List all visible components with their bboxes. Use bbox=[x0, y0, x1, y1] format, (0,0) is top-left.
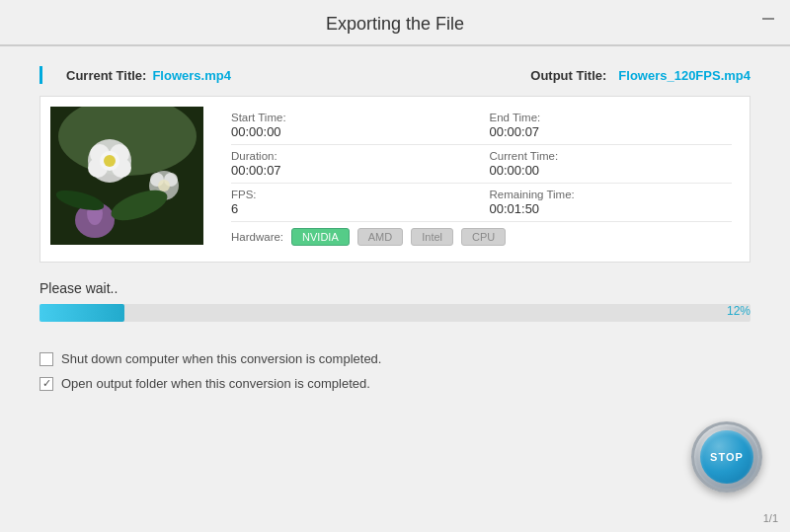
svg-point-8 bbox=[104, 155, 116, 167]
shutdown-checkbox[interactable] bbox=[40, 352, 53, 366]
start-time-value: 00:00:00 bbox=[231, 124, 474, 139]
video-thumbnail bbox=[50, 107, 203, 245]
progress-percentage: 12% bbox=[727, 304, 750, 318]
amd-button[interactable]: AMD bbox=[357, 228, 403, 246]
stop-button-area: STOP bbox=[691, 421, 762, 493]
output-title-label: Output Title: bbox=[530, 68, 606, 83]
output-title-value: Flowers_120FPS.mp4 bbox=[618, 68, 750, 83]
current-title-label: Current Title: bbox=[66, 68, 146, 83]
open-folder-checkbox-row: Open output folder when this conversion … bbox=[40, 376, 750, 391]
thumbnail-svg bbox=[50, 107, 203, 245]
remaining-time-label: Remaining Time: bbox=[490, 189, 733, 200]
current-title-value: Flowers.mp4 bbox=[152, 68, 230, 83]
content-area: Current Title: Flowers.mp4 Output Title:… bbox=[0, 50, 790, 532]
fps-cell: FPS: 6 bbox=[223, 184, 482, 221]
progress-bar-container: 12% bbox=[40, 304, 750, 322]
minimize-button[interactable] bbox=[762, 18, 774, 20]
current-time-value: 00:00:00 bbox=[490, 163, 733, 178]
media-section: Start Time: 00:00:00 End Time: 00:00:07 … bbox=[40, 96, 750, 263]
progress-section: Please wait.. 12% bbox=[40, 274, 750, 322]
cpu-button[interactable]: CPU bbox=[461, 228, 506, 246]
hardware-label: Hardware: bbox=[231, 231, 283, 243]
duration-cell: Duration: 00:00:07 bbox=[223, 145, 482, 183]
current-title-item: Current Title: Flowers.mp4 bbox=[66, 68, 231, 83]
end-time-value: 00:00:07 bbox=[490, 124, 733, 139]
end-time-cell: End Time: 00:00:07 bbox=[482, 107, 741, 144]
checkboxes-area: Shut down computer when this conversion … bbox=[40, 351, 750, 391]
nvidia-button[interactable]: NVIDIA bbox=[291, 228, 350, 246]
remaining-time-cell: Remaining Time: 00:01:50 bbox=[482, 184, 741, 221]
open-folder-checkbox[interactable] bbox=[40, 377, 53, 391]
svg-point-12 bbox=[158, 180, 170, 191]
current-time-label: Current Time: bbox=[490, 150, 733, 162]
main-window: Exporting the File Current Title: Flower… bbox=[0, 0, 790, 532]
info-area: Start Time: 00:00:00 End Time: 00:00:07 … bbox=[223, 107, 740, 252]
fps-label: FPS: bbox=[231, 189, 474, 200]
intel-button[interactable]: Intel bbox=[411, 228, 453, 246]
stop-button[interactable]: STOP bbox=[691, 421, 762, 493]
open-folder-checkbox-label: Open output folder when this conversion … bbox=[61, 376, 370, 391]
hardware-row: Hardware: NVIDIA AMD Intel CPU bbox=[223, 222, 740, 252]
shutdown-checkbox-label: Shut down computer when this conversion … bbox=[61, 351, 381, 366]
start-time-label: Start Time: bbox=[231, 112, 474, 123]
remaining-time-value: 00:01:50 bbox=[490, 201, 733, 216]
progress-bar bbox=[40, 304, 124, 322]
fps-value: 6 bbox=[231, 201, 474, 216]
output-title-item: Output Title: Flowers_120FPS.mp4 bbox=[530, 68, 750, 83]
page-indicator: 1/1 bbox=[763, 512, 778, 524]
duration-label: Duration: bbox=[231, 150, 474, 162]
end-time-label: End Time: bbox=[490, 112, 733, 123]
stop-button-label: STOP bbox=[710, 451, 744, 463]
status-text: Please wait.. bbox=[40, 280, 750, 296]
title-bar: Exporting the File bbox=[0, 0, 790, 45]
file-titles-row: Current Title: Flowers.mp4 Output Title:… bbox=[40, 66, 750, 84]
blue-accent-bar bbox=[40, 66, 42, 84]
current-time-cell: Current Time: 00:00:00 bbox=[482, 145, 741, 183]
start-time-cell: Start Time: 00:00:00 bbox=[223, 107, 482, 144]
duration-value: 00:00:07 bbox=[231, 163, 474, 178]
shutdown-checkbox-row: Shut down computer when this conversion … bbox=[40, 351, 750, 366]
window-title: Exporting the File bbox=[20, 14, 770, 35]
info-grid: Start Time: 00:00:00 End Time: 00:00:07 … bbox=[223, 107, 740, 252]
